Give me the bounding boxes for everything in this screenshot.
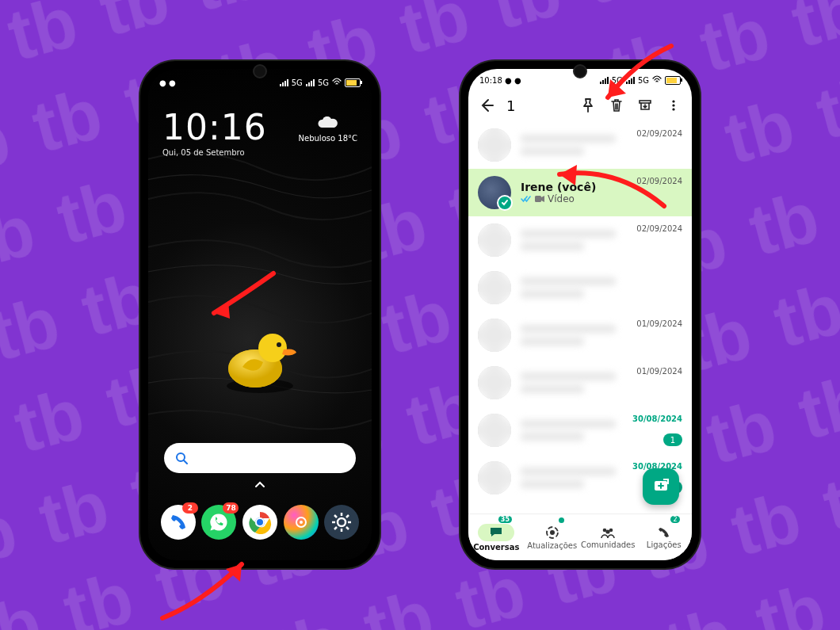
tab-conversas-badge: 35 (498, 516, 512, 523)
svg-point-25 (672, 100, 674, 102)
selection-count: 1 (506, 97, 515, 114)
check-icon (497, 195, 513, 211)
net-type-label-2: 5G (318, 78, 329, 87)
chat-preview-blurred (521, 290, 584, 298)
status-time: 10:18 (479, 76, 502, 85)
chat-date: 01/09/2024 (636, 319, 682, 328)
chat-row[interactable]: 02/09/2024 (468, 121, 692, 169)
chat-name-blurred (521, 372, 616, 380)
chat-name-blurred (521, 230, 616, 238)
svg-point-31 (550, 530, 555, 535)
gallery-app[interactable] (284, 505, 319, 540)
svg-point-15 (338, 518, 346, 526)
avatar (478, 366, 511, 399)
double-check-icon (521, 195, 532, 203)
weather-widget[interactable]: Nebuloso 18°C (299, 116, 357, 143)
chat-row[interactable]: 01/09/2024 (468, 359, 692, 407)
status-icon (545, 525, 559, 540)
chat-name-blurred (521, 277, 616, 285)
search-bar[interactable] (164, 443, 356, 473)
battery-icon (665, 76, 681, 85)
svg-point-26 (672, 104, 674, 106)
svg-rect-28 (535, 196, 541, 202)
chat-preview-blurred (521, 242, 584, 250)
svg-line-20 (334, 515, 337, 517)
phone-whatsapp-screen: 10:18 ● ● 5G 5G 1 (460, 61, 700, 568)
search-icon (175, 452, 188, 464)
chat-row[interactable]: 01/09/2024 (468, 311, 692, 359)
chat-preview-blurred (521, 147, 584, 155)
app-drawer-handle[interactable] (254, 479, 265, 491)
delete-button[interactable] (608, 97, 625, 114)
svg-point-34 (606, 529, 610, 533)
tab-atualizacoes[interactable]: Atualizações (525, 514, 581, 560)
svg-point-14 (300, 521, 303, 524)
chat-date: 02/09/2024 (636, 224, 682, 233)
tab-label: Ligações (647, 540, 682, 549)
chat-row[interactable]: 30/08/20241 (468, 407, 692, 454)
unread-badge: 1 (663, 433, 682, 446)
tab-label: Conversas (473, 543, 519, 552)
signal-icon (600, 76, 609, 84)
pin-button[interactable] (579, 97, 597, 114)
chrome-app[interactable] (242, 505, 277, 540)
tab-comunidades[interactable]: Comunidades (580, 514, 636, 560)
front-camera-notch (573, 64, 587, 78)
chat-preview-blurred (521, 480, 584, 488)
clock-time: 10:16 (162, 110, 267, 145)
avatar (478, 176, 511, 209)
net-type-label: 5G (612, 76, 623, 85)
bg-pattern: tb (0, 0, 840, 630)
whatsapp-badge: 78 (223, 502, 239, 514)
chat-date: 30/08/2024 (632, 414, 682, 423)
chat-preview: Vídeo (521, 193, 682, 204)
battery-icon (345, 78, 361, 87)
settings-app[interactable] (324, 505, 359, 540)
chat-name-blurred (521, 325, 616, 333)
svg-line-22 (334, 527, 337, 529)
avatar (478, 128, 511, 162)
cloud-icon (299, 116, 357, 132)
selection-action-bar: 1 (468, 90, 692, 121)
archive-button[interactable] (636, 97, 654, 114)
new-chat-fab[interactable] (643, 468, 679, 505)
wifi-icon (332, 78, 342, 87)
chat-row[interactable]: 02/09/2024 (468, 216, 692, 264)
svg-point-6 (277, 342, 281, 347)
avatar (478, 319, 511, 352)
clock-widget[interactable]: 10:16 Qui, 05 de Setembro (162, 110, 267, 157)
weather-desc: Nebuloso (299, 134, 336, 143)
dock: 2 78 (158, 502, 362, 543)
chat-icon (489, 526, 503, 537)
weather-temp: 18°C (338, 134, 357, 143)
whatsapp-app[interactable]: 78 (201, 505, 236, 540)
svg-point-5 (258, 334, 287, 362)
phone-home-screen: ● ● 5G 5G 10:16 Qui, 05 de Setembro (140, 61, 380, 568)
back-button[interactable] (478, 97, 495, 114)
clock-date: Qui, 05 de Setembro (162, 148, 267, 157)
calls-icon (658, 526, 670, 539)
video-icon (534, 195, 545, 203)
tutorial-canvas: tb (0, 0, 840, 630)
wifi-icon (652, 75, 662, 85)
signal-icon (280, 78, 288, 86)
chat-name-blurred (521, 468, 616, 475)
phone-badge: 2 (182, 502, 198, 514)
chat-list[interactable]: 02/09/2024Irene (você)Vídeo02/09/202402/… (468, 121, 692, 514)
status-left-icons: ● ● (159, 78, 176, 87)
svg-line-21 (346, 527, 349, 529)
tab-ligacoes-badge: 2 (670, 516, 679, 523)
chat-date: 01/09/2024 (636, 367, 682, 376)
chat-date: 02/09/2024 (636, 177, 682, 185)
more-button[interactable] (665, 97, 682, 114)
chat-row[interactable] (468, 264, 692, 311)
chat-preview-blurred (521, 433, 584, 441)
tab-label: Atualizações (527, 541, 577, 550)
avatar (478, 271, 511, 304)
avatar (478, 461, 511, 494)
chat-row[interactable]: Irene (você)Vídeo02/09/2024 (468, 169, 692, 216)
net-type-label-2: 5G (638, 76, 649, 85)
chat-date: 02/09/2024 (636, 129, 682, 138)
phone-app[interactable]: 2 (161, 505, 196, 540)
avatar (478, 223, 511, 257)
